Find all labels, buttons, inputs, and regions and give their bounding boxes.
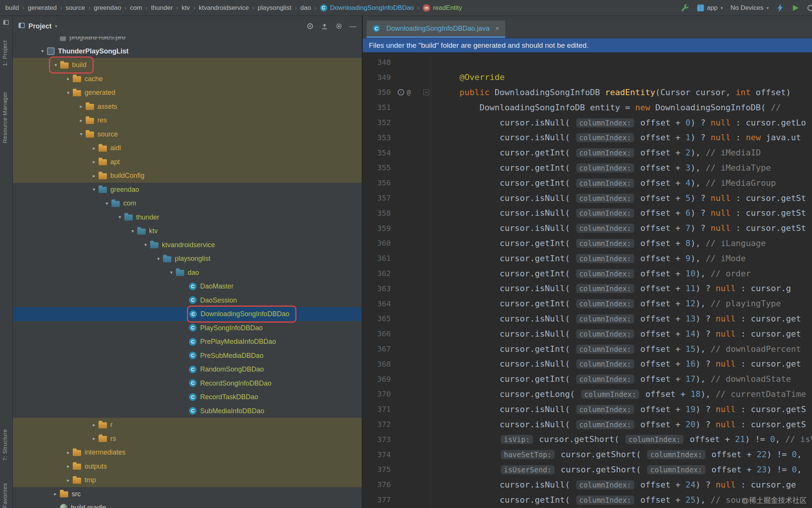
tree-row[interactable]: ▾greendao [13, 183, 362, 197]
line-number[interactable]: 375 [363, 465, 395, 474]
fold-marker-icon[interactable]: − [423, 89, 429, 95]
code-text[interactable]: haveSetTop: cursor.getShort( columnIndex… [431, 450, 802, 459]
close-icon[interactable]: × [495, 25, 499, 33]
chevron-down-icon[interactable]: ▾ [64, 90, 73, 96]
code-text[interactable]: cursor.isNull( columnIndex: offset + 19)… [431, 405, 806, 414]
code-editor[interactable]: 348349 @Override350↑@− public Downloadin… [363, 52, 812, 508]
chevron-down-icon[interactable]: ▾ [141, 242, 150, 248]
chevron-right-icon[interactable]: ▸ [89, 159, 99, 165]
code-text[interactable]: cursor.isNull( columnIndex: offset + 0) … [431, 118, 806, 127]
code-text[interactable]: cursor.isNull( columnIndex: offset + 11)… [431, 284, 791, 293]
tree-row[interactable]: ▸src [13, 487, 362, 501]
breadcrumb-item[interactable]: ktv [182, 4, 190, 12]
editor-tab[interactable]: C DownloadingSongInfoDBDao.java × [367, 20, 505, 38]
device-selector[interactable]: No Devices ▾ [730, 4, 769, 12]
tree-row[interactable]: CDownloadingSongInfoDBDao [13, 307, 362, 321]
breadcrumb-item[interactable]: generated [28, 4, 57, 12]
tree-row[interactable]: ▸buildConfig [13, 169, 362, 183]
code-text[interactable]: cursor.getInt( columnIndex: offset + 25)… [431, 495, 746, 505]
chevron-down-icon[interactable]: ▾ [115, 214, 124, 220]
code-text[interactable]: @Override [431, 72, 505, 82]
code-text[interactable]: isVip: cursor.getShort( columnIndex: off… [431, 434, 812, 444]
chevron-down-icon[interactable]: ▾ [51, 62, 60, 68]
tree-row[interactable]: CPrePlayMediaInfoDBDao [13, 335, 362, 349]
code-text[interactable]: cursor.getInt( columnIndex: offset + 3),… [431, 163, 771, 172]
tree-row[interactable]: build.gradle [13, 501, 362, 508]
tree-row[interactable]: CDaoMaster [13, 279, 362, 293]
tree-row[interactable]: ▾source [13, 127, 362, 141]
chevron-right-icon[interactable]: ▸ [64, 463, 73, 469]
code-text[interactable]: cursor.getInt( columnIndex: offset + 12)… [431, 299, 781, 308]
line-number[interactable]: 354 [363, 148, 395, 157]
tree-row[interactable]: ▾playsonglist [13, 252, 362, 266]
tree-row[interactable]: ▸apt [13, 155, 362, 169]
line-number[interactable]: 365 [363, 314, 395, 323]
chevron-right-icon[interactable]: ▸ [89, 173, 99, 179]
code-text[interactable]: public DownloadingSongInfoDB readEntity(… [431, 88, 791, 97]
tree-row[interactable]: ▾thunder [13, 210, 362, 224]
chevron-down-icon[interactable]: ▾ [167, 270, 176, 275]
tree-row[interactable]: CPreSubMediaDBDao [13, 349, 362, 363]
line-number[interactable]: 366 [363, 329, 395, 338]
line-number[interactable]: 374 [363, 450, 395, 459]
chevron-down-icon[interactable]: ▾ [77, 131, 86, 137]
sync-refresh-icon[interactable] [807, 4, 812, 12]
collapse-all-icon[interactable] [321, 22, 328, 30]
code-text[interactable]: cursor.getInt( columnIndex: offset + 4),… [431, 178, 776, 188]
breadcrumb-item[interactable]: dao [300, 4, 311, 12]
code-text[interactable]: cursor.getInt( columnIndex: offset + 9),… [431, 254, 746, 263]
breadcrumb-item[interactable]: build [5, 4, 19, 12]
code-text[interactable]: cursor.isNull( columnIndex: offset + 20)… [431, 420, 806, 429]
tree-row[interactable]: CRecordSongInfoDBDao [13, 376, 362, 390]
tree-row[interactable]: ▸assets [13, 100, 362, 114]
code-text[interactable]: cursor.isNull( columnIndex: offset + 7) … [431, 223, 806, 233]
line-number[interactable]: 357 [363, 193, 395, 202]
code-text[interactable]: cursor.isNull( columnIndex: offset + 16)… [431, 359, 801, 368]
line-number[interactable]: 363 [363, 284, 395, 293]
line-number[interactable]: 377 [363, 495, 395, 504]
tree-row[interactable]: ▾generated [13, 86, 362, 100]
line-number[interactable]: 376 [363, 480, 395, 489]
breadcrumb-class[interactable]: CDownloadingSongInfoDBDao [320, 4, 414, 12]
line-number[interactable]: 350 [363, 88, 395, 97]
code-text[interactable]: cursor.isNull( columnIndex: offset + 5) … [431, 193, 806, 203]
breadcrumb-item[interactable]: com [130, 4, 142, 12]
hide-panel-icon[interactable]: — [350, 22, 356, 30]
tree-row[interactable]: ▸outputs [13, 459, 362, 474]
tree-row[interactable]: ▾build [13, 58, 362, 72]
code-text[interactable]: isUserSend: cursor.getShort( columnIndex… [431, 465, 802, 474]
code-text[interactable]: DownloadingSongInfoDB entity = new Downl… [431, 103, 781, 112]
code-text[interactable]: cursor.getInt( columnIndex: offset + 2),… [431, 148, 761, 157]
tool-window-button[interactable]: 1: Project [2, 40, 8, 66]
chevron-right-icon[interactable]: ▸ [77, 103, 86, 109]
chevron-down-icon[interactable]: ▾ [55, 24, 57, 29]
breadcrumb-method[interactable]: mreadEntity [423, 4, 462, 12]
code-text[interactable]: cursor.getInt( columnIndex: offset + 15)… [431, 344, 801, 354]
apply-changes-lightning-icon[interactable] [776, 4, 784, 12]
line-number[interactable]: 371 [363, 405, 395, 414]
chevron-down-icon[interactable]: ▾ [128, 228, 137, 234]
code-text[interactable]: cursor.isNull( columnIndex: offset + 1) … [431, 133, 801, 142]
line-number[interactable]: 364 [363, 299, 395, 308]
chevron-down-icon[interactable]: ▾ [102, 201, 111, 206]
tree-row[interactable]: ▾ktv [13, 224, 362, 238]
line-number[interactable]: 351 [363, 103, 395, 112]
code-text[interactable]: cursor.isNull( columnIndex: offset + 6) … [431, 208, 806, 218]
code-text[interactable]: cursor.getInt( columnIndex: offset + 17)… [431, 374, 791, 384]
code-text[interactable]: cursor.isNull( columnIndex: offset + 14)… [431, 329, 801, 339]
chevron-right-icon[interactable]: ▸ [77, 118, 86, 123]
tree-row[interactable]: ▸r [13, 418, 362, 432]
line-number[interactable]: 358 [363, 209, 395, 218]
line-number[interactable]: 349 [363, 73, 395, 82]
breadcrumb-item[interactable]: thunder [151, 4, 173, 12]
line-number[interactable]: 355 [363, 163, 395, 172]
tree-row[interactable]: ▸res [13, 113, 362, 127]
tool-window-button[interactable]: 7: Structure [2, 429, 8, 461]
breadcrumb-item[interactable]: ktvandroidservice [199, 4, 249, 12]
line-number[interactable]: 362 [363, 269, 395, 278]
tree-row[interactable]: ▾ktvandroidservice [13, 238, 362, 252]
chevron-right-icon[interactable]: ▸ [64, 477, 73, 483]
line-number[interactable]: 368 [363, 359, 395, 368]
locate-file-icon[interactable] [306, 22, 314, 30]
tree-row[interactable]: ▸rs [13, 432, 362, 446]
